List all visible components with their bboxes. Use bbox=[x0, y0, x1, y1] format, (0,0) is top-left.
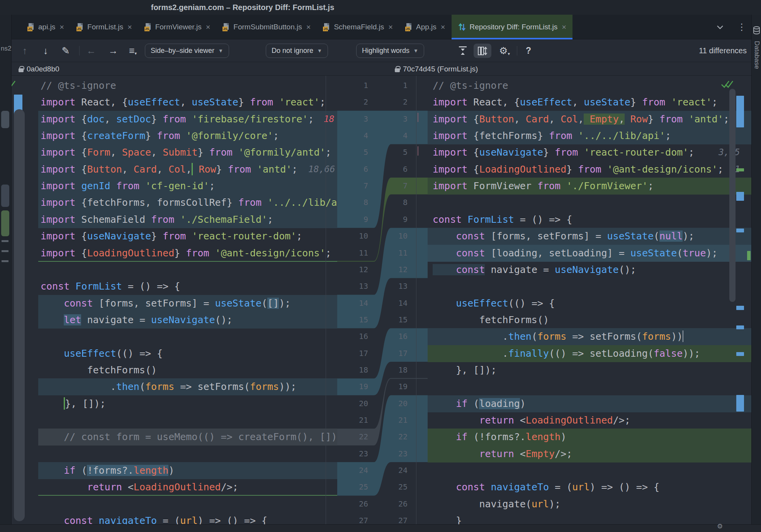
forward-button[interactable]: → bbox=[106, 39, 120, 62]
left-editor-pane[interactable]: // @ts-ignoreimport React, {useEffect, u… bbox=[12, 76, 337, 532]
synchronize-scrolling-button[interactable] bbox=[474, 44, 491, 58]
arrow-down-icon: ↓ bbox=[43, 46, 48, 56]
ignore-policy-dropdown[interactable]: Do not ignore▼ bbox=[266, 44, 328, 58]
left-line-number: 10 bbox=[345, 228, 368, 244]
close-icon[interactable]: × bbox=[441, 23, 445, 32]
code-line: fetchForms() bbox=[428, 312, 751, 329]
tab-schemafield-js[interactable]: JSSchemaField.js× bbox=[317, 15, 399, 39]
tab-list-chevron-down-icon[interactable] bbox=[715, 15, 725, 39]
right-editor-pane[interactable]: // @ts-ignoreimport React, {useEffect, u… bbox=[428, 76, 751, 532]
gear-icon[interactable]: ⚙ bbox=[717, 522, 723, 530]
code-line bbox=[38, 496, 337, 513]
close-icon[interactable]: × bbox=[388, 23, 393, 32]
tab-formviewer-js[interactable]: JSFormViewer.js× bbox=[138, 15, 217, 39]
back-button[interactable]: ← bbox=[84, 39, 98, 62]
left-scrollbar-thumb[interactable] bbox=[14, 109, 25, 521]
code-line bbox=[428, 462, 751, 479]
changed-marker bbox=[736, 352, 744, 356]
left-line-number: 11 bbox=[345, 245, 368, 261]
javascript-file-icon: JS bbox=[27, 23, 35, 31]
tab-repository-diff-formlist-js[interactable]: Repository Diff: FormList.js× bbox=[452, 15, 572, 39]
stripe-fragment bbox=[2, 250, 8, 252]
deletion-caret bbox=[683, 330, 683, 342]
code-line bbox=[38, 446, 337, 463]
tab-options-kebab-icon[interactable]: ⋮ bbox=[737, 15, 746, 39]
diff-settings-button[interactable]: ⚙▾ bbox=[497, 39, 512, 62]
pane-divider bbox=[326, 76, 326, 532]
right-line-number: 13 bbox=[384, 278, 408, 295]
file-list-menu-button[interactable]: ≡▾ bbox=[126, 39, 140, 62]
right-scrollbar-thumb[interactable] bbox=[729, 89, 736, 302]
left-line-number: 18 bbox=[345, 362, 368, 378]
right-line-number: 25 bbox=[384, 479, 408, 495]
left-line-number: 15 bbox=[345, 312, 368, 328]
tab-api-js[interactable]: JSapi.js× bbox=[21, 15, 70, 39]
code-line bbox=[38, 328, 337, 345]
close-icon[interactable]: × bbox=[306, 23, 311, 32]
question-mark-icon: ? bbox=[526, 46, 531, 56]
code-line: useEffect(() => { bbox=[428, 295, 751, 312]
highlight-mode-dropdown[interactable]: Highlight words▼ bbox=[356, 44, 424, 58]
tab-formsubmitbutton-js[interactable]: JSFormSubmitButton.js× bbox=[216, 15, 317, 39]
right-code: // @ts-ignoreimport React, {useEffect, u… bbox=[428, 76, 751, 532]
edit-source-button[interactable]: ✎ bbox=[59, 39, 73, 62]
tab-label: api.js bbox=[38, 23, 55, 31]
left-line-number: 3 bbox=[345, 111, 368, 127]
tab-app-js[interactable]: JSApp.js× bbox=[399, 15, 452, 39]
pencil-icon: ✎ bbox=[62, 46, 70, 56]
right-line-number: 18 bbox=[384, 362, 408, 378]
left-line-number: 2 bbox=[345, 94, 368, 110]
tab-formlist-js[interactable]: JSFormList.js× bbox=[70, 15, 138, 39]
left-line-number: 12 bbox=[345, 261, 368, 278]
code-line: import {Form, Space, Submit} from '@form… bbox=[38, 144, 337, 161]
bottom-strip: ⚙ bbox=[0, 524, 761, 532]
next-difference-button[interactable]: ↓ bbox=[39, 39, 53, 62]
close-icon[interactable]: × bbox=[59, 23, 64, 32]
prev-difference-button[interactable]: ↑ bbox=[18, 39, 32, 62]
left-line-number: 5 bbox=[345, 144, 368, 161]
right-line-number: 14 bbox=[384, 295, 408, 312]
code-line: import {fetchForms, formsCollRef} from '… bbox=[38, 194, 337, 211]
code-line: import {Button, Card, Col, Row} from 'an… bbox=[38, 161, 337, 178]
database-tool-window-button[interactable]: Database bbox=[753, 41, 761, 69]
right-line-number: 22 bbox=[384, 429, 408, 445]
list-icon: ≡ bbox=[129, 46, 135, 56]
code-line: }, []); bbox=[38, 395, 337, 412]
tool-window-label-fragment: ns2 bbox=[1, 45, 11, 53]
changed-marker bbox=[736, 192, 744, 201]
lock-icon bbox=[19, 68, 24, 72]
left-line-number: 9 bbox=[345, 211, 368, 228]
help-button[interactable]: ? bbox=[522, 39, 535, 62]
code-line: import React, {useEffect, useState} from… bbox=[428, 94, 751, 111]
code-line: import {useNavigate} from 'react-router-… bbox=[428, 144, 751, 161]
collapse-unchanged-button[interactable] bbox=[456, 39, 470, 62]
right-line-number: 26 bbox=[384, 496, 408, 512]
close-icon[interactable]: × bbox=[206, 23, 211, 32]
chevron-down-icon: ▼ bbox=[413, 48, 418, 54]
code-line bbox=[428, 194, 751, 211]
chevron-down-icon: ▼ bbox=[218, 48, 223, 54]
left-line-number: 24 bbox=[345, 462, 368, 479]
right-revision-label: 70c74d45 (FormList.js) bbox=[395, 62, 478, 76]
left-line-number: 6 bbox=[345, 161, 368, 178]
diff-editor-area: // @ts-ignoreimport React, {useEffect, u… bbox=[0, 76, 761, 532]
stripe-fragment bbox=[1, 185, 9, 207]
toolbar-separator bbox=[79, 46, 80, 56]
code-line: import {LoadingOutlined} from '@ant-desi… bbox=[38, 245, 337, 262]
code-line: navigate(url); bbox=[428, 496, 751, 513]
editor-tab-bar: JSapi.js×JSFormList.js×JSFormViewer.js×J… bbox=[0, 15, 761, 39]
close-icon[interactable]: × bbox=[127, 23, 132, 32]
viewer-mode-dropdown[interactable]: Side–by–side viewer▼ bbox=[145, 44, 229, 58]
code-line: let navigate = useNavigate(); bbox=[38, 312, 337, 329]
right-tool-stripe: Database bbox=[751, 15, 761, 532]
changed-marker bbox=[736, 96, 744, 127]
code-line: // const form = useMemo(() => createForm… bbox=[38, 429, 337, 446]
close-icon[interactable]: × bbox=[562, 23, 566, 32]
tab-list: JSapi.js×JSFormList.js×JSFormViewer.js×J… bbox=[0, 15, 572, 39]
right-line-number: 2 bbox=[384, 94, 408, 110]
database-icon[interactable] bbox=[753, 26, 760, 35]
added-marker bbox=[747, 251, 751, 260]
diff-toolbar: ↑ ↓ ✎ ← → ≡▾ Side–by–side viewer▼ Do not… bbox=[0, 39, 761, 62]
javascript-file-icon: JS bbox=[323, 23, 330, 31]
right-line-number: 19 bbox=[384, 378, 408, 395]
